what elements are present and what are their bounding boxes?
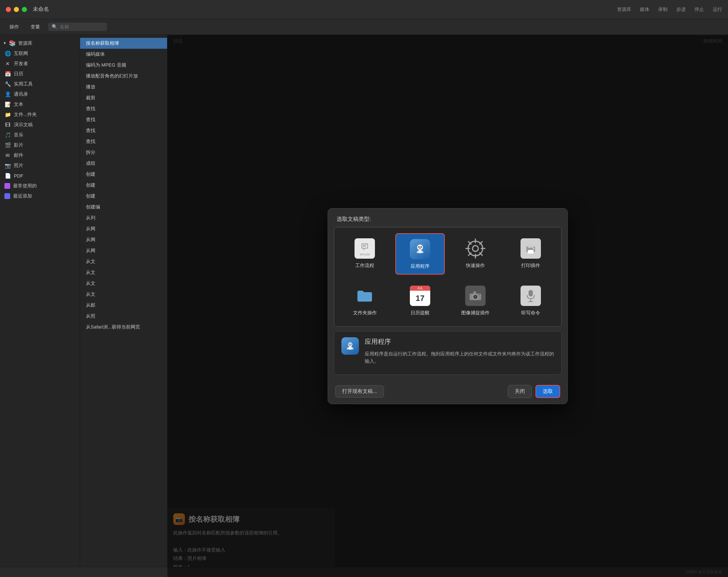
doc-type-workflow[interactable]: WFLOW 工作流程: [340, 233, 389, 275]
camera-icon: [464, 285, 486, 307]
app-icon: [409, 238, 431, 260]
action-item-create1[interactable]: 创建: [80, 169, 167, 180]
sidebar-item-developer[interactable]: ✕ 开发者: [0, 59, 80, 69]
action-item-encode-media[interactable]: 编码媒体: [80, 49, 167, 60]
close-button[interactable]: 关闭: [508, 385, 532, 398]
svg-point-33: [348, 342, 352, 347]
action-item-from-text3[interactable]: 从文: [80, 278, 167, 289]
modal-header: 选取文稿类型:: [328, 208, 567, 227]
action-item-create4[interactable]: 创建编: [80, 202, 167, 212]
minimize-button[interactable]: [14, 7, 19, 12]
step-btn[interactable]: 步进: [676, 6, 686, 13]
window-title: 未命名: [33, 6, 49, 13]
action-item-split[interactable]: 拆分: [80, 147, 167, 158]
sidebar-item-utilities[interactable]: 🔧 实用工具: [0, 79, 80, 89]
action-item-from-text2[interactable]: 从文: [80, 267, 167, 278]
doc-type-camera[interactable]: 图像捕捉插件: [451, 280, 500, 321]
sidebar-item-internet[interactable]: 🌐 互联网: [0, 48, 80, 59]
action-item-from-list[interactable]: 从列: [80, 212, 167, 223]
calendar-icon: 📅: [4, 71, 11, 77]
action-item-encode-mpeg[interactable]: 编码为 MPEG 音频: [80, 60, 167, 71]
svg-point-2: [417, 244, 423, 250]
pdf-icon: 📄: [4, 172, 11, 179]
svg-point-25: [475, 296, 476, 298]
action-item-find2[interactable]: 查找: [80, 114, 167, 125]
doc-type-quick-action[interactable]: 快速操作: [451, 233, 500, 275]
action-item-get-album[interactable]: 按名称获取相簿: [80, 38, 167, 49]
action-item-create3[interactable]: 创建: [80, 191, 167, 202]
select-button[interactable]: 选取: [535, 385, 560, 398]
tab-variables[interactable]: 变量: [27, 22, 44, 32]
sidebar-item-mail[interactable]: ✉ 邮件: [0, 150, 80, 160]
run-btn[interactable]: 运行: [713, 6, 722, 13]
sidebar-item-presentations[interactable]: 🎞 演示文稿: [0, 120, 80, 130]
action-item-from-photos[interactable]: 从照: [80, 311, 167, 322]
action-item-from-mail[interactable]: 从邮: [80, 300, 167, 311]
doc-type-print[interactable]: 打印插件: [506, 233, 555, 275]
action-item-play[interactable]: 播放: [80, 81, 167, 92]
maximize-button[interactable]: [22, 7, 27, 12]
action-item-find4[interactable]: 查找: [80, 136, 167, 147]
action-item-from-web1[interactable]: 从网: [80, 223, 167, 234]
mic-icon: [520, 285, 542, 307]
svg-rect-7: [422, 251, 423, 253]
sidebar-item-recently-added[interactable]: 最近添加: [0, 191, 80, 201]
chevron-down-icon: ▼: [3, 41, 7, 45]
contacts-icon: 👤: [4, 91, 11, 98]
sidebar-item-most-used[interactable]: 最常使用的: [0, 181, 80, 191]
action-item-crop[interactable]: 裁剪: [80, 92, 167, 103]
sidebar-item-calendar[interactable]: 📅 日历: [0, 69, 80, 79]
svg-point-21: [533, 248, 534, 249]
action-item-create2[interactable]: 创建: [80, 180, 167, 191]
content-area: 日志 持续时间 选取文稿类型:: [167, 35, 728, 577]
sidebar-item-contacts[interactable]: 👤 通讯录: [0, 89, 80, 99]
sidebar-item-pdf[interactable]: 📄 PDF: [0, 171, 80, 181]
sidebar-item-music[interactable]: 🎵 音乐: [0, 130, 80, 140]
search-input[interactable]: [60, 24, 103, 29]
sidebar-item-label: PDF: [14, 173, 23, 179]
recently-added-icon: [4, 193, 10, 199]
action-item-group[interactable]: 成组: [80, 158, 167, 169]
sidebar-item-label: 演示文稿: [14, 122, 33, 128]
svg-rect-6: [417, 251, 418, 253]
doc-type-grid: WFLOW 工作流程: [334, 227, 562, 327]
search-icon: 🔍: [52, 24, 58, 29]
tab-actions[interactable]: 操作: [6, 22, 23, 32]
search-box: 🔍: [48, 23, 107, 31]
sidebar-item-label: 邮件: [14, 152, 23, 159]
sidebar-section-title: 资源库: [18, 40, 32, 47]
action-item-from-text4[interactable]: 从文: [80, 289, 167, 300]
sidebar-item-movies[interactable]: 🎬 影片: [0, 140, 80, 150]
action-item-from-text1[interactable]: 从文: [80, 256, 167, 267]
action-item-find1[interactable]: 查找: [80, 103, 167, 114]
action-item-from-web3[interactable]: 从网: [80, 245, 167, 256]
doc-type-application[interactable]: 应用程序: [395, 233, 445, 275]
doc-type-folder[interactable]: 文件夹操作: [340, 280, 389, 321]
resource-library-btn[interactable]: 资源库: [617, 6, 631, 13]
music-icon: 🎵: [4, 132, 11, 138]
titlebar-controls: 资源库 媒体 录制 步进 停止 运行: [617, 6, 722, 13]
action-item-slideshow[interactable]: 播放配音角色的幻灯片放: [80, 71, 167, 81]
titlebar: 未命名 资源库 媒体 录制 步进 停止 运行: [0, 0, 728, 19]
sidebar-item-photos[interactable]: 📷 照片: [0, 160, 80, 171]
close-button[interactable]: [6, 7, 11, 12]
print-icon: [520, 238, 542, 259]
sidebar-item-label: 文件...件夹: [14, 111, 37, 118]
record-btn[interactable]: 录制: [658, 6, 668, 13]
sidebar-item-label: 照片: [14, 162, 23, 169]
sidebar-item-files[interactable]: 📁 文件...件夹: [0, 110, 80, 120]
open-existing-button[interactable]: 打开现有文稿...: [335, 385, 384, 398]
action-item-find3[interactable]: 查找: [80, 125, 167, 136]
desc-app-icon: [341, 337, 359, 355]
media-btn[interactable]: 媒体: [640, 6, 649, 13]
action-item-from-safari[interactable]: 从Safari浏...获得当前网页: [80, 322, 167, 333]
doc-type-calendar[interactable]: JUL 17 日历提醒: [395, 280, 445, 321]
sidebar-header[interactable]: ▼ 📚 资源库: [0, 38, 80, 48]
action-item-from-web2[interactable]: 从网: [80, 234, 167, 245]
stop-btn[interactable]: 停止: [695, 6, 704, 13]
doc-type-dictation[interactable]: 听写命令: [506, 280, 555, 321]
svg-point-3: [418, 246, 420, 248]
svg-rect-5: [418, 250, 422, 253]
sidebar-item-text[interactable]: 📝 文本: [0, 99, 80, 110]
footer-right: 关闭 选取: [508, 385, 560, 398]
